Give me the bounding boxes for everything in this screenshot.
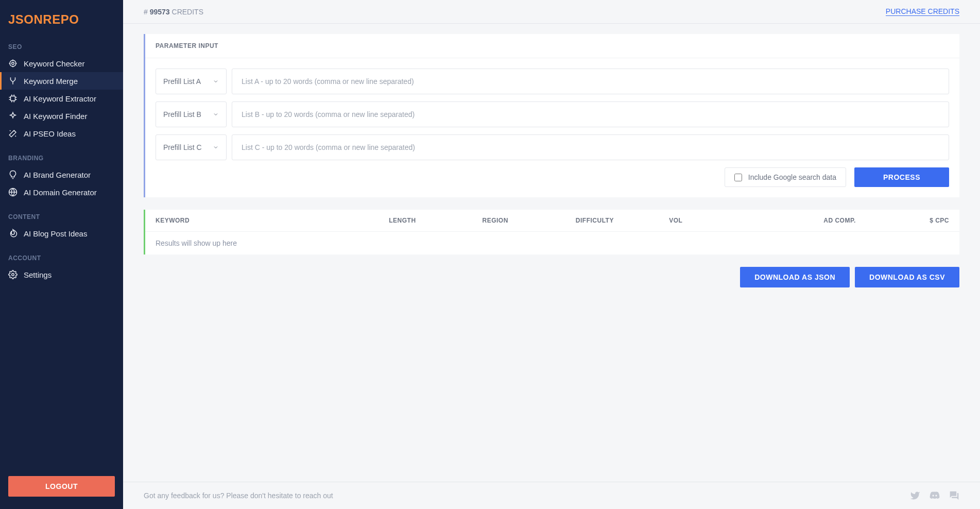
nav-section-account: ACCOUNT Settings	[0, 250, 123, 292]
content: PARAMETER INPUT Prefill List A Prefill L…	[123, 24, 980, 298]
nav-heading: BRANDING	[0, 150, 123, 166]
chevron-down-icon	[213, 78, 219, 84]
sidebar-item-ai-domain-generator[interactable]: AI Domain Generator	[0, 183, 123, 201]
credits-prefix: #	[144, 8, 150, 16]
prefill-select-b[interactable]: Prefill List B	[156, 101, 227, 127]
nav-section-seo: SEO Keyword Checker Keyword Merge AI Key…	[0, 39, 123, 150]
parameter-input-panel: PARAMETER INPUT Prefill List A Prefill L…	[144, 34, 959, 197]
sidebar-item-ai-pseo-ideas[interactable]: AI PSEO Ideas	[0, 125, 123, 142]
wand-icon	[8, 129, 18, 138]
sidebar-item-label: AI Brand Generator	[24, 171, 91, 179]
th-length: LENGTH	[389, 217, 482, 224]
sidebar-item-ai-brand-generator[interactable]: AI Brand Generator	[0, 166, 123, 183]
sidebar-item-label: AI Blog Post Ideas	[24, 229, 87, 238]
prefill-select-c[interactable]: Prefill List C	[156, 134, 227, 160]
sidebar-item-label: AI Keyword Finder	[24, 112, 87, 121]
logo[interactable]: JSONREPO	[0, 12, 123, 39]
include-google-checkbox[interactable]	[734, 174, 742, 181]
feedback-icon[interactable]	[949, 490, 959, 501]
panel-body: Prefill List A Prefill List B Prefill Li…	[145, 58, 959, 197]
sidebar: JSONREPO SEO Keyword Checker Keyword Mer…	[0, 0, 123, 509]
th-keyword: KEYWORD	[156, 217, 389, 224]
list-input-c[interactable]	[232, 134, 949, 160]
sidebar-item-label: AI PSEO Ideas	[24, 129, 76, 138]
table-head: KEYWORD LENGTH REGION DIFFICULTY VOL AD …	[145, 210, 959, 232]
twitter-icon[interactable]	[910, 490, 920, 501]
actions-row: Include Google search data PROCESS	[156, 167, 949, 187]
th-difficulty: DIFFICULTY	[576, 217, 669, 224]
param-row-c: Prefill List C	[156, 134, 949, 160]
sparkle-icon	[8, 111, 18, 121]
logout-button[interactable]: LOGOUT	[8, 476, 115, 497]
sidebar-item-label: AI Domain Generator	[24, 188, 97, 197]
sidebar-item-label: Keyword Checker	[24, 59, 84, 68]
list-input-a[interactable]	[232, 69, 949, 94]
param-row-a: Prefill List A	[156, 69, 949, 94]
svg-point-4	[12, 274, 14, 276]
svg-rect-2	[11, 96, 15, 101]
panel-header: PARAMETER INPUT	[145, 34, 959, 58]
gear-icon	[8, 270, 18, 279]
credits-number: 99573	[150, 8, 170, 16]
download-json-button[interactable]: DOWNLOAD AS JSON	[740, 267, 850, 287]
sidebar-spacer	[0, 292, 123, 476]
target-icon	[8, 59, 18, 68]
results-empty: Results will show up here	[145, 232, 959, 254]
sidebar-item-label: Settings	[24, 270, 51, 279]
sidebar-item-ai-keyword-extractor[interactable]: AI Keyword Extractor	[0, 90, 123, 107]
globe-icon	[8, 188, 18, 197]
prefill-select-label: Prefill List B	[163, 110, 201, 118]
nav-section-branding: BRANDING AI Brand Generator AI Domain Ge…	[0, 150, 123, 209]
download-csv-button[interactable]: DOWNLOAD AS CSV	[855, 267, 959, 287]
th-adcomp: AD COMP.	[762, 217, 855, 224]
purchase-credits-link[interactable]: PURCHASE CREDITS	[886, 7, 959, 16]
results-panel: KEYWORD LENGTH REGION DIFFICULTY VOL AD …	[144, 210, 959, 254]
sidebar-item-settings[interactable]: Settings	[0, 266, 123, 283]
topbar: # 99573 CREDITS PURCHASE CREDITS	[123, 0, 980, 24]
param-row-b: Prefill List B	[156, 101, 949, 127]
nav-heading: CONTENT	[0, 209, 123, 225]
results-table: KEYWORD LENGTH REGION DIFFICULTY VOL AD …	[145, 210, 959, 254]
sidebar-item-label: AI Keyword Extractor	[24, 94, 96, 103]
svg-point-0	[10, 60, 16, 66]
process-button[interactable]: PROCESS	[854, 167, 949, 187]
chip-icon	[8, 94, 18, 103]
checkbox-label: Include Google search data	[748, 173, 836, 181]
bulb-icon	[8, 170, 18, 179]
sidebar-item-ai-blog-post-ideas[interactable]: AI Blog Post Ideas	[0, 225, 123, 242]
svg-point-1	[12, 62, 14, 65]
prefill-select-label: Prefill List A	[163, 77, 201, 86]
credits-suffix: CREDITS	[170, 8, 203, 16]
footer: Got any feedback for us? Please don't he…	[123, 482, 980, 509]
footer-text: Got any feedback for us? Please don't he…	[144, 491, 333, 500]
prefill-select-label: Prefill List C	[163, 143, 202, 151]
th-vol: VOL	[669, 217, 762, 224]
include-google-checkbox-wrap[interactable]: Include Google search data	[725, 167, 846, 187]
footer-icons	[910, 490, 959, 501]
credits-display: # 99573 CREDITS	[144, 8, 203, 16]
nav-heading: ACCOUNT	[0, 250, 123, 266]
sidebar-item-label: Keyword Merge	[24, 77, 78, 86]
discord-icon[interactable]	[930, 490, 940, 501]
merge-icon	[8, 76, 18, 86]
nav-heading: SEO	[0, 39, 123, 55]
th-region: REGION	[483, 217, 576, 224]
chevron-down-icon	[213, 111, 219, 117]
sidebar-item-keyword-checker[interactable]: Keyword Checker	[0, 55, 123, 72]
download-row: DOWNLOAD AS JSON DOWNLOAD AS CSV	[144, 267, 959, 287]
nav-section-content: CONTENT AI Blog Post Ideas	[0, 209, 123, 250]
fire-icon	[8, 229, 18, 238]
th-cpc: $ CPC	[856, 217, 949, 224]
list-input-b[interactable]	[232, 101, 949, 127]
sidebar-item-ai-keyword-finder[interactable]: AI Keyword Finder	[0, 107, 123, 125]
chevron-down-icon	[213, 144, 219, 150]
main: # 99573 CREDITS PURCHASE CREDITS PARAMET…	[123, 0, 980, 509]
sidebar-item-keyword-merge[interactable]: Keyword Merge	[0, 72, 123, 90]
prefill-select-a[interactable]: Prefill List A	[156, 69, 227, 94]
